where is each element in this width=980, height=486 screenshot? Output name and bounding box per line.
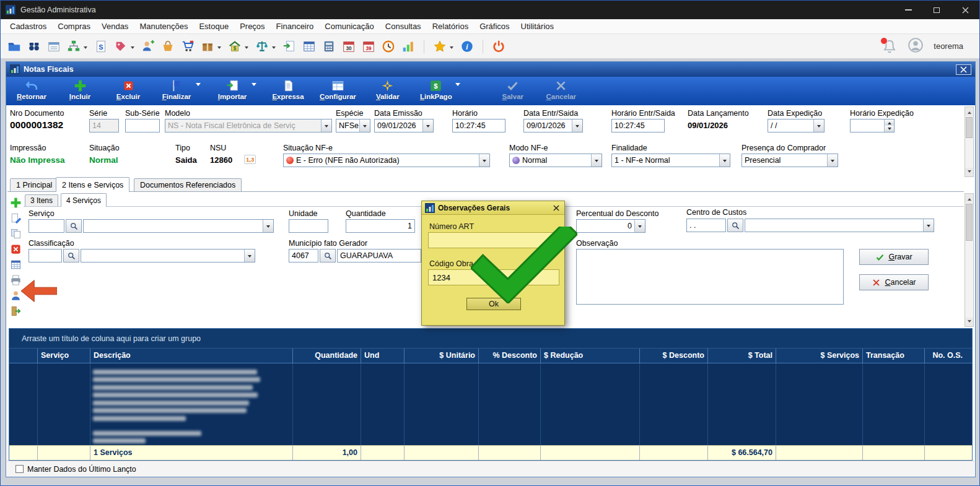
calculator-icon[interactable] xyxy=(322,39,336,54)
menu-comunicacao[interactable]: Comunicação xyxy=(319,20,380,33)
scroll-down-button[interactable] xyxy=(965,318,973,326)
finalizar-button[interactable]: Finalizar xyxy=(160,79,193,100)
column-header-und[interactable]: Und xyxy=(361,349,405,363)
ok-button[interactable]: Ok xyxy=(466,298,521,310)
menu-compras[interactable]: Compras xyxy=(52,20,96,33)
tab-itens-servicos[interactable]: 2 Itens e Serviços xyxy=(56,177,129,192)
unidade-input[interactable] xyxy=(289,219,328,233)
dialog-close-button[interactable] xyxy=(551,204,561,212)
cancelar-button[interactable]: Cancelar xyxy=(545,79,578,100)
chevron-down-icon[interactable] xyxy=(245,46,248,51)
menu-cadastros[interactable]: Cadastros xyxy=(4,20,52,33)
spreadsheet-icon[interactable] xyxy=(302,39,317,54)
edit-item-icon[interactable] xyxy=(10,212,22,224)
chevron-down-icon[interactable] xyxy=(450,46,453,51)
close-button[interactable] xyxy=(951,1,979,19)
scroll-down-button[interactable] xyxy=(965,168,973,176)
grid-icon[interactable] xyxy=(10,259,22,271)
column-header-reducao[interactable]: $ Redução xyxy=(541,349,640,363)
salvar-button[interactable]: Salvar xyxy=(496,79,530,100)
print-icon[interactable] xyxy=(10,274,22,286)
municipio-lookup-button[interactable] xyxy=(320,249,336,263)
excluir-button[interactable]: Excluir xyxy=(112,79,145,100)
column-header-total[interactable]: $ Total xyxy=(708,349,776,363)
search-icon[interactable] xyxy=(27,39,42,54)
money-house-icon[interactable]: $ xyxy=(227,39,242,54)
person-icon[interactable] xyxy=(10,290,22,302)
cart-icon[interactable] xyxy=(180,39,195,54)
minimize-button[interactable] xyxy=(894,1,922,19)
import-icon[interactable] xyxy=(282,39,297,54)
tab-documentos-referenciados[interactable]: Documentos Referenciados xyxy=(134,178,242,191)
maximize-button[interactable] xyxy=(922,1,951,19)
servico-codigo-input[interactable] xyxy=(28,219,64,233)
duplicate-icon[interactable] xyxy=(10,228,22,240)
centro-custos-input[interactable] xyxy=(686,219,726,232)
municipio-codigo-input[interactable] xyxy=(289,249,318,263)
menu-estoque[interactable]: Estoque xyxy=(193,20,234,33)
grid-group-panel[interactable]: Arraste um título de coluna aqui para cr… xyxy=(9,329,972,349)
hierarchy-icon[interactable] xyxy=(66,39,81,54)
menu-relatorios[interactable]: Relatórios xyxy=(427,20,475,33)
sub-serie-input[interactable] xyxy=(125,119,160,132)
dialog-titlebar[interactable]: Observações Gerais xyxy=(422,201,564,215)
expressa-button[interactable]: Expressa xyxy=(271,79,305,100)
column-header-servico[interactable]: Serviço xyxy=(38,349,90,363)
menu-financeiro[interactable]: Financeiro xyxy=(271,20,320,33)
finalidade-select[interactable]: 1 - NF-e Normal xyxy=(611,154,730,167)
menu-precos[interactable]: Preços xyxy=(234,20,270,33)
window-close-button[interactable] xyxy=(956,64,971,75)
scroll-track[interactable] xyxy=(965,202,973,318)
balance-icon[interactable] xyxy=(255,39,269,54)
incluir-button[interactable]: Incluir xyxy=(63,79,97,100)
menu-utilitarios[interactable]: Utilitários xyxy=(515,20,559,33)
grid-row[interactable] xyxy=(9,363,972,445)
column-header-unitario[interactable]: $ Unitário xyxy=(405,349,479,363)
clock-icon[interactable] xyxy=(381,39,396,54)
star-icon[interactable] xyxy=(432,39,447,54)
linkpago-button[interactable]: $ LinkPago xyxy=(419,79,453,100)
menu-manutencoes[interactable]: Manutenções xyxy=(134,20,193,33)
info-icon[interactable]: i xyxy=(460,39,475,54)
chevron-down-icon[interactable] xyxy=(217,46,221,51)
horario-input[interactable] xyxy=(452,119,505,132)
package-icon[interactable] xyxy=(200,39,215,54)
column-header-os[interactable]: No. O.S. xyxy=(925,349,966,363)
scroll-up-button[interactable] xyxy=(965,107,973,116)
presenca-select[interactable]: Presencial xyxy=(742,154,838,167)
servico-select[interactable] xyxy=(83,219,274,233)
chevron-down-icon[interactable] xyxy=(131,46,134,51)
situacao-nfe-select[interactable]: E - Erro (NFE não Autorizada) xyxy=(283,154,490,167)
chevron-down-icon[interactable] xyxy=(272,46,276,51)
folder-icon[interactable] xyxy=(7,39,22,54)
basket-icon[interactable] xyxy=(160,39,175,54)
header-scrollbar[interactable] xyxy=(965,106,974,177)
gravar-button[interactable]: Gravar xyxy=(859,249,929,265)
especie-select[interactable]: NFSe xyxy=(336,119,370,132)
chevron-down-icon[interactable] xyxy=(455,83,460,89)
modelo-select[interactable]: NS - Nota Fiscal Eletrônica de Serviç xyxy=(165,119,332,132)
chevron-down-icon[interactable] xyxy=(196,83,201,89)
delete-item-icon[interactable] xyxy=(10,243,22,255)
user-add-icon[interactable] xyxy=(141,39,155,54)
document-s-icon[interactable]: S xyxy=(94,39,108,54)
exit-icon[interactable] xyxy=(10,305,22,317)
data-expedicao-select[interactable]: / / xyxy=(768,119,825,132)
calendar-39-icon[interactable]: 39 xyxy=(361,39,376,54)
column-header-perc-desconto[interactable]: % Desconto xyxy=(479,349,541,363)
subtab-servicos[interactable]: 4 Serviços xyxy=(61,193,107,207)
spinner-buttons[interactable] xyxy=(884,119,894,132)
menu-vendas[interactable]: Vendas xyxy=(96,20,134,33)
cancelar-form-button[interactable]: Cancelar xyxy=(859,274,929,290)
menu-consultas[interactable]: Consultas xyxy=(380,20,427,33)
numero-art-input[interactable] xyxy=(428,232,559,248)
chevron-down-icon[interactable] xyxy=(252,83,256,89)
tab-principal[interactable]: 1 Principal xyxy=(10,178,58,191)
retornar-button[interactable]: Retornar xyxy=(15,79,48,100)
serie-input[interactable] xyxy=(89,119,119,132)
scroll-thumb[interactable] xyxy=(966,204,973,241)
scroll-up-button[interactable] xyxy=(965,194,973,202)
scroll-thumb[interactable] xyxy=(966,117,973,138)
chevron-down-icon[interactable] xyxy=(84,46,87,51)
quantidade-input[interactable] xyxy=(346,219,415,233)
